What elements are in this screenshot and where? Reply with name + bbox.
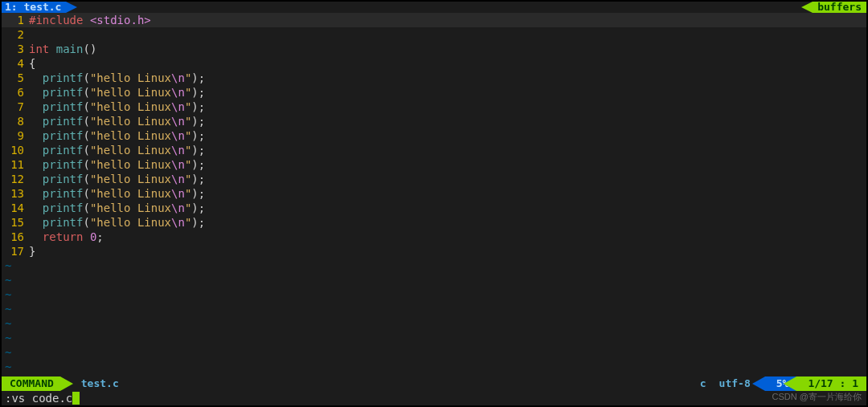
empty-line: ~ bbox=[2, 258, 866, 273]
code-content: { bbox=[29, 56, 866, 71]
editor-area[interactable]: 1#include <stdio.h>23int main()4{5 print… bbox=[2, 13, 866, 376]
line-number: 4 bbox=[2, 56, 29, 71]
line-number: 17 bbox=[2, 244, 29, 258]
line-number: 16 bbox=[2, 230, 29, 244]
buffer-tabline: 1: test.c buffers bbox=[2, 2, 866, 13]
code-content: printf("hello Linux\n"); bbox=[29, 157, 866, 172]
code-line[interactable]: 15 printf("hello Linux\n"); bbox=[2, 215, 866, 230]
code-line[interactable]: 13 printf("hello Linux\n"); bbox=[2, 186, 866, 201]
code-content: printf("hello Linux\n"); bbox=[29, 186, 866, 201]
code-line[interactable]: 9 printf("hello Linux\n"); bbox=[2, 128, 866, 143]
command-line-text: :vs code.c bbox=[5, 391, 72, 405]
line-number: 7 bbox=[2, 100, 29, 114]
tilde-icon: ~ bbox=[2, 331, 11, 345]
code-line[interactable]: 3int main() bbox=[2, 42, 866, 56]
line-number: 1 bbox=[2, 13, 29, 27]
code-line[interactable]: 4{ bbox=[2, 56, 866, 71]
tilde-icon: ~ bbox=[2, 287, 11, 302]
code-content: printf("hello Linux\n"); bbox=[29, 71, 866, 85]
line-number: 9 bbox=[2, 128, 29, 143]
line-number: 14 bbox=[2, 201, 29, 215]
vim-window: 1: test.c buffers 1#include <stdio.h>23i… bbox=[0, 0, 868, 407]
code-content: #include <stdio.h> bbox=[29, 13, 866, 27]
command-line[interactable]: :vs code.c CSDN @寄一片海给你 bbox=[2, 391, 866, 405]
status-filetype: c bbox=[694, 376, 713, 391]
cursor-block bbox=[72, 392, 80, 405]
line-number: 2 bbox=[2, 27, 29, 42]
line-number: 5 bbox=[2, 71, 29, 85]
code-content bbox=[29, 27, 866, 42]
code-line[interactable]: 12 printf("hello Linux\n"); bbox=[2, 172, 866, 186]
tilde-icon: ~ bbox=[2, 302, 11, 316]
code-line[interactable]: 14 printf("hello Linux\n"); bbox=[2, 201, 866, 215]
line-number: 6 bbox=[2, 85, 29, 100]
code-line[interactable]: 7 printf("hello Linux\n"); bbox=[2, 100, 866, 114]
code-content: printf("hello Linux\n"); bbox=[29, 172, 866, 186]
tilde-icon: ~ bbox=[2, 345, 11, 360]
empty-line: ~ bbox=[2, 345, 866, 360]
status-file-text: test.c bbox=[81, 376, 119, 391]
status-encoding-text: utf-8 bbox=[719, 376, 751, 391]
empty-line: ~ bbox=[2, 331, 866, 345]
tilde-icon: ~ bbox=[2, 360, 11, 374]
code-content: } bbox=[29, 244, 866, 258]
line-number: 12 bbox=[2, 172, 29, 186]
empty-line: ~ bbox=[2, 273, 866, 287]
buffers-label[interactable]: buffers bbox=[813, 2, 866, 13]
code-line[interactable]: 17} bbox=[2, 244, 866, 258]
buffers-label-text: buffers bbox=[817, 2, 862, 13]
line-number: 11 bbox=[2, 157, 29, 172]
code-line[interactable]: 6 printf("hello Linux\n"); bbox=[2, 85, 866, 100]
code-content: printf("hello Linux\n"); bbox=[29, 215, 866, 230]
code-line[interactable]: 11 printf("hello Linux\n"); bbox=[2, 157, 866, 172]
code-content: return 0; bbox=[29, 230, 866, 244]
code-line[interactable]: 1#include <stdio.h> bbox=[2, 13, 866, 27]
tilde-icon: ~ bbox=[2, 316, 11, 331]
empty-line: ~ bbox=[2, 316, 866, 331]
buffer-tab-label: 1: test.c bbox=[5, 2, 61, 13]
empty-line: ~ bbox=[2, 287, 866, 302]
code-content: printf("hello Linux\n"); bbox=[29, 143, 866, 157]
tilde-icon: ~ bbox=[2, 273, 11, 287]
code-content: printf("hello Linux\n"); bbox=[29, 100, 866, 114]
code-line[interactable]: 16 return 0; bbox=[2, 230, 866, 244]
code-content: int main() bbox=[29, 42, 866, 56]
line-number: 8 bbox=[2, 114, 29, 128]
code-content: printf("hello Linux\n"); bbox=[29, 85, 866, 100]
code-line[interactable]: 5 printf("hello Linux\n"); bbox=[2, 71, 866, 85]
code-content: printf("hello Linux\n"); bbox=[29, 128, 866, 143]
code-content: printf("hello Linux\n"); bbox=[29, 201, 866, 215]
status-mode: COMMAND bbox=[2, 376, 60, 391]
code-line[interactable]: 2 bbox=[2, 27, 866, 42]
buffer-tab-active[interactable]: 1: test.c bbox=[2, 2, 66, 13]
watermark: CSDN @寄一片海给你 bbox=[772, 389, 862, 404]
code-line[interactable]: 8 printf("hello Linux\n"); bbox=[2, 114, 866, 128]
code-content: printf("hello Linux\n"); bbox=[29, 114, 866, 128]
status-filetype-text: c bbox=[700, 376, 706, 391]
status-line: COMMAND test.c c utf-8 5% 1/17 : 1 bbox=[2, 376, 866, 391]
line-number: 13 bbox=[2, 186, 29, 201]
empty-line: ~ bbox=[2, 360, 866, 374]
tilde-icon: ~ bbox=[2, 258, 11, 273]
empty-line: ~ bbox=[2, 302, 866, 316]
line-number: 10 bbox=[2, 143, 29, 157]
status-mode-text: COMMAND bbox=[10, 376, 54, 391]
line-number: 15 bbox=[2, 215, 29, 230]
status-spacer bbox=[125, 376, 694, 391]
code-line[interactable]: 10 printf("hello Linux\n"); bbox=[2, 143, 866, 157]
line-number: 3 bbox=[2, 42, 29, 56]
